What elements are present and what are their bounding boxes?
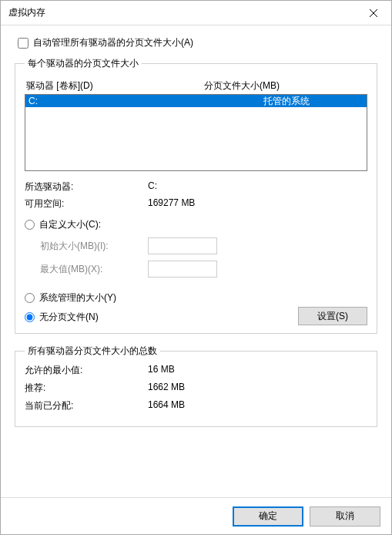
initial-size-label: 初始大小(MB)(I): [40,240,148,253]
column-header-size: 分页文件大小(MB) [204,79,366,93]
cancel-button[interactable]: 取消 [310,506,380,527]
min-allowed-value: 16 MB [148,364,367,377]
no-paging-label: 无分页文件(N) [39,311,99,324]
no-paging-radio[interactable] [25,312,35,322]
close-button[interactable] [356,1,391,25]
drive-row[interactable]: C: 托管的系统 [25,95,367,107]
totals-group: 所有驱动器分页文件大小的总数 允许的最小值: 16 MB 推荐: 1662 MB… [15,345,377,427]
system-managed-radio[interactable] [25,293,35,303]
max-size-input[interactable] [148,261,217,278]
auto-manage-checkbox[interactable] [18,38,28,49]
dialog-window: 虚拟内存 自动管理所有驱动器的分页文件大小(A) 每个驱动器的分页文件大小 驱动… [0,0,392,535]
totals-legend: 所有驱动器分页文件大小的总数 [25,345,160,358]
current-alloc-label: 当前已分配: [25,399,148,412]
close-icon [370,9,377,17]
custom-size-label: 自定义大小(C): [39,218,101,231]
ok-button[interactable]: 确定 [233,506,303,527]
free-space-value: 169277 MB [148,197,367,210]
initial-size-input[interactable] [148,237,217,254]
recommended-value: 1662 MB [148,382,367,395]
titlebar: 虚拟内存 [1,1,391,25]
free-space-label: 可用空间: [25,197,148,210]
dialog-footer: 确定 取消 [1,497,391,534]
custom-size-radio[interactable] [25,220,35,230]
dialog-content: 自动管理所有驱动器的分页文件大小(A) 每个驱动器的分页文件大小 驱动器 [卷标… [1,25,391,497]
min-allowed-label: 允许的最小值: [25,364,148,377]
max-size-label: 最大值(MB)(X): [40,263,148,276]
drive-size: 托管的系统 [209,95,364,107]
recommended-label: 推荐: [25,382,148,395]
system-managed-label: 系统管理的大小(Y) [39,291,116,305]
set-button[interactable]: 设置(S) [298,307,367,325]
selected-drive-label: 所选驱动器: [25,180,148,193]
auto-manage-label: 自动管理所有驱动器的分页文件大小(A) [33,36,193,49]
window-title: 虚拟内存 [8,6,45,19]
selected-drive-value: C: [148,180,367,193]
per-drive-legend: 每个驱动器的分页文件大小 [25,57,142,70]
column-header-drive: 驱动器 [卷标](D) [26,79,204,93]
drive-name: C: [28,95,209,107]
current-alloc-value: 1664 MB [148,399,367,412]
per-drive-group: 每个驱动器的分页文件大小 驱动器 [卷标](D) 分页文件大小(MB) C: 托… [15,57,377,334]
drive-list[interactable]: C: 托管的系统 [25,94,367,171]
